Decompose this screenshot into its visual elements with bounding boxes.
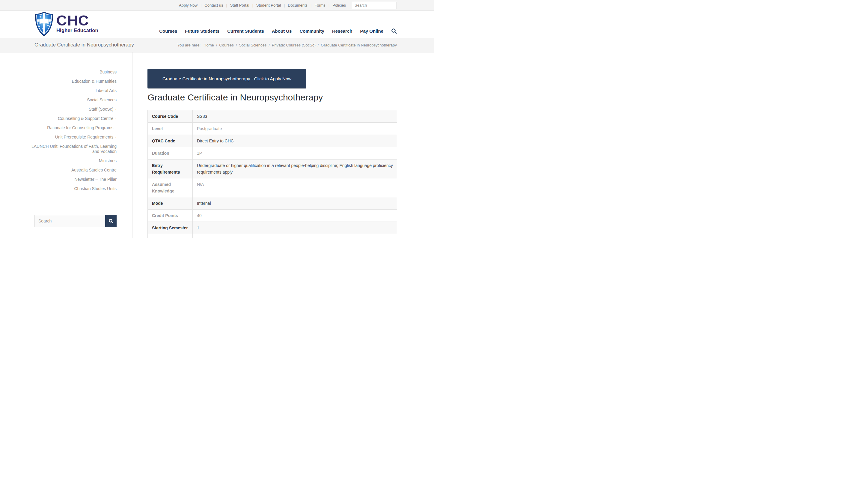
detail-label: Course Code bbox=[148, 110, 193, 123]
sidebar-item-unit-prerequisite-requirements[interactable]: Unit Prerequisite Requirements· bbox=[27, 132, 117, 142]
detail-label: Level bbox=[148, 123, 193, 135]
table-row-overseas-students: Overseas Students Not Available bbox=[148, 234, 397, 239]
submenu-dot-icon: · bbox=[115, 107, 117, 112]
topbar-separator: | bbox=[200, 3, 202, 7]
logo-acronym: CHC bbox=[56, 14, 98, 27]
course-heading: Graduate Certificate in Neuropsychothera… bbox=[148, 92, 434, 102]
detail-label: Starting Semester bbox=[148, 222, 193, 234]
nav-item-current-students[interactable]: Current Students bbox=[227, 28, 264, 34]
nav-item-about-us[interactable]: About Us bbox=[272, 28, 292, 34]
detail-label: Mode bbox=[148, 197, 193, 210]
submenu-dot-icon: · bbox=[115, 125, 117, 130]
topbar-separator: | bbox=[329, 3, 330, 7]
table-row-duration: Duration 1P bbox=[148, 147, 397, 159]
sidebar-item-social-sciences[interactable]: Social Sciences bbox=[27, 95, 117, 105]
detail-value: N/A bbox=[193, 178, 397, 197]
sidebar-item-label: LAUNCH Unit: Foundations of Faith, Learn… bbox=[31, 144, 117, 154]
site-header: CHC Higher Education Courses Future Stud… bbox=[0, 11, 434, 38]
sidebar-item-australia-studies-centre[interactable]: Australia Studies Centre bbox=[27, 166, 117, 175]
table-row-entry-requirements: Entry Requirements Undergraduate or high… bbox=[148, 159, 397, 178]
topbar-link-student-portal[interactable]: Student Portal bbox=[256, 3, 281, 7]
detail-value: Direct Entry to CHC bbox=[193, 135, 397, 147]
sidebar-item-label: Ministries bbox=[99, 158, 117, 163]
logo-tagline: Higher Education bbox=[56, 28, 98, 33]
chc-logo[interactable]: CHC Higher Education bbox=[34, 11, 98, 38]
nav-item-future-students[interactable]: Future Students bbox=[185, 28, 219, 34]
page-body: Business Education & Humanities Liberal … bbox=[0, 53, 434, 238]
table-row-assumed-knowledge: Assumed Knowledge N/A bbox=[148, 178, 397, 197]
sidebar-item-label: Newsletter – The Pillar bbox=[74, 177, 117, 182]
table-row-level: Level Postgraduate bbox=[148, 123, 397, 135]
sidebar-item-launch-unit[interactable]: LAUNCH Unit: Foundations of Faith, Learn… bbox=[27, 142, 117, 156]
submenu-dot-icon: · bbox=[115, 135, 117, 140]
table-row-mode: Mode Internal bbox=[148, 197, 397, 210]
nav-item-community[interactable]: Community bbox=[300, 28, 324, 34]
sidebar-item-rationale-counselling-programs[interactable]: Rationale for Counselling Programs· bbox=[27, 123, 117, 132]
nav-item-courses[interactable]: Courses bbox=[159, 28, 177, 34]
topbar-separator: | bbox=[226, 3, 227, 7]
breadcrumb-current-page: Graduate Certificate in Neuropsychothera… bbox=[321, 43, 397, 48]
sidebar-item-label: Rationale for Counselling Programs bbox=[47, 125, 113, 130]
sidebar-search bbox=[34, 215, 117, 227]
topbar-separator: | bbox=[311, 3, 311, 7]
breadcrumb-separator: / bbox=[318, 43, 319, 48]
detail-value: 40 bbox=[193, 210, 397, 222]
sidebar-item-label: Australia Studies Centre bbox=[71, 168, 117, 172]
main-content: Graduate Certificate in Neuropsychothera… bbox=[132, 53, 434, 238]
detail-value: Not Available bbox=[193, 234, 397, 239]
sidebar-menu: Business Education & Humanities Liberal … bbox=[27, 67, 117, 193]
sidebar-item-staff-socsc[interactable]: Staff (SocSc)· bbox=[27, 105, 117, 114]
page-title: Graduate Certificate in Neuropsychothera… bbox=[34, 42, 134, 48]
detail-value: Postgraduate bbox=[193, 123, 397, 135]
breadcrumb-bar: Graduate Certificate in Neuropsychothera… bbox=[0, 38, 434, 53]
breadcrumb-courses[interactable]: Courses bbox=[219, 43, 234, 48]
sidebar: Business Education & Humanities Liberal … bbox=[0, 53, 132, 238]
topbar-link-apply-now[interactable]: Apply Now bbox=[179, 3, 197, 7]
sidebar-search-button[interactable] bbox=[105, 215, 117, 227]
logo-wordmark: CHC Higher Education bbox=[56, 11, 98, 33]
apply-now-banner-button[interactable]: Graduate Certificate in Neuropsychothera… bbox=[148, 69, 306, 88]
table-row-starting-semester: Starting Semester 1 bbox=[148, 222, 397, 234]
breadcrumb-home[interactable]: Home bbox=[204, 43, 214, 48]
sidebar-item-ministries[interactable]: Ministries bbox=[27, 156, 117, 166]
nav-item-pay-online[interactable]: Pay Online bbox=[360, 28, 383, 34]
breadcrumb-prefix: You are here: bbox=[177, 43, 200, 48]
table-row-credit-points: Credit Points 40 bbox=[148, 210, 397, 222]
topbar-link-staff-portal[interactable]: Staff Portal bbox=[230, 3, 249, 7]
nav-item-research[interactable]: Research bbox=[332, 28, 352, 34]
submenu-dot-icon: · bbox=[115, 116, 117, 121]
sidebar-item-label: Social Sciences bbox=[87, 97, 117, 102]
detail-label: Entry Requirements bbox=[148, 159, 193, 178]
topbar-link-forms[interactable]: Forms bbox=[314, 3, 326, 7]
breadcrumb-social-sciences[interactable]: Social Sciences bbox=[239, 43, 267, 48]
top-utility-bar: Apply Now | Contact us | Staff Portal | … bbox=[0, 0, 434, 11]
sidebar-item-label: Counselling & Support Centre bbox=[58, 116, 113, 121]
nav-search-icon[interactable] bbox=[391, 28, 397, 34]
detail-label: Overseas Students bbox=[148, 234, 193, 239]
table-row-course-code: Course Code SS33 bbox=[148, 110, 397, 123]
topbar-link-documents[interactable]: Documents bbox=[288, 3, 308, 7]
sidebar-item-liberal-arts[interactable]: Liberal Arts bbox=[27, 86, 117, 95]
detail-label: Credit Points bbox=[148, 210, 193, 222]
sidebar-item-label: Unit Prerequisite Requirements bbox=[55, 135, 114, 140]
sidebar-item-christian-studies-units[interactable]: Christian Studies Units bbox=[27, 184, 117, 193]
topbar-link-policies[interactable]: Policies bbox=[332, 3, 346, 7]
table-row-qtac-code: QTAC Code Direct Entry to CHC bbox=[148, 135, 397, 147]
detail-value: Internal bbox=[193, 197, 397, 210]
sidebar-item-label: Business bbox=[99, 69, 117, 74]
topbar-search-input[interactable] bbox=[352, 2, 397, 9]
chc-shield-logo-icon bbox=[34, 11, 54, 38]
search-icon bbox=[108, 218, 114, 223]
sidebar-search-input[interactable] bbox=[34, 215, 105, 227]
sidebar-item-label: Staff (SocSc) bbox=[89, 107, 113, 112]
sidebar-item-label: Liberal Arts bbox=[96, 88, 117, 93]
sidebar-item-business[interactable]: Business bbox=[27, 67, 117, 77]
sidebar-item-education-humanities[interactable]: Education & Humanities bbox=[27, 77, 117, 86]
breadcrumb-separator: / bbox=[216, 43, 217, 48]
main-navigation: Courses Future Students Current Students… bbox=[159, 28, 397, 34]
breadcrumb-private-courses-socsc[interactable]: Private: Courses (SocSc) bbox=[272, 43, 316, 48]
detail-label: Duration bbox=[148, 147, 193, 159]
sidebar-item-counselling-support-centre[interactable]: Counselling & Support Centre· bbox=[27, 114, 117, 123]
sidebar-item-newsletter-the-pillar[interactable]: Newsletter – The Pillar bbox=[27, 175, 117, 184]
topbar-link-contact-us[interactable]: Contact us bbox=[205, 3, 223, 7]
